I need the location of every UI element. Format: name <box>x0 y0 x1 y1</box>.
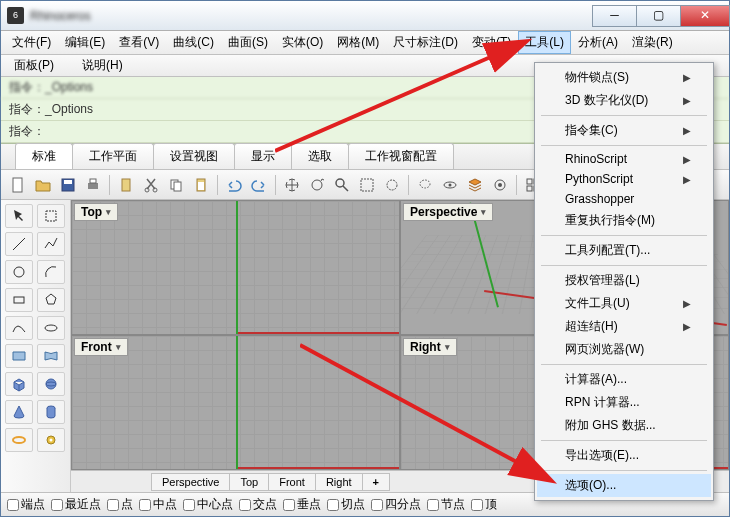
toolbar-tab[interactable]: 选取 <box>291 143 349 169</box>
side-toolbar <box>1 200 71 492</box>
line-tool[interactable] <box>5 232 33 256</box>
viewport-front[interactable]: Front▾ <box>72 336 399 469</box>
polyline-tool[interactable] <box>37 232 65 256</box>
cone-tool[interactable] <box>5 400 33 424</box>
minimize-button[interactable]: ─ <box>592 5 637 27</box>
ellipse-tool[interactable] <box>37 316 65 340</box>
viewport-tab[interactable]: Top <box>229 473 269 491</box>
osnap-交点[interactable]: 交点 <box>239 496 277 513</box>
viewport-label[interactable]: Top▾ <box>74 203 118 221</box>
menu-说明h[interactable]: 说明(H) <box>75 57 130 74</box>
viewport-top[interactable]: Top▾ <box>72 201 399 334</box>
menu-分析a[interactable]: 分析(A) <box>571 31 625 54</box>
menu-item[interactable]: 重复执行指令(M) <box>537 209 711 232</box>
viewport-label[interactable]: Right▾ <box>403 338 457 356</box>
circle-tool[interactable] <box>5 260 33 284</box>
zoom-extents-icon[interactable] <box>356 174 378 196</box>
menu-item[interactable]: RhinoScript▶ <box>537 149 711 169</box>
menu-item[interactable]: 工具列配置(T)... <box>537 239 711 262</box>
menu-实体o[interactable]: 实体(O) <box>275 31 330 54</box>
osnap-节点[interactable]: 节点 <box>427 496 465 513</box>
pointer-tool[interactable] <box>5 204 33 228</box>
redo-icon[interactable] <box>248 174 270 196</box>
osnap-顶[interactable]: 顶 <box>471 496 497 513</box>
menu-查看v[interactable]: 查看(V) <box>112 31 166 54</box>
menu-item[interactable]: 附加 GHS 数据... <box>537 414 711 437</box>
polygon-tool[interactable] <box>37 288 65 312</box>
torus-tool[interactable] <box>5 428 33 452</box>
menu-编辑e[interactable]: 编辑(E) <box>58 31 112 54</box>
maximize-button[interactable]: ▢ <box>636 5 681 27</box>
copy-icon[interactable] <box>165 174 187 196</box>
menu-item[interactable]: RPN 计算器... <box>537 391 711 414</box>
osnap-四分点[interactable]: 四分点 <box>371 496 421 513</box>
menu-尺寸标注d[interactable]: 尺寸标注(D) <box>386 31 465 54</box>
new-file-icon[interactable] <box>7 174 29 196</box>
menu-item[interactable]: 计算器(A)... <box>537 368 711 391</box>
toolbar-tab[interactable]: 设置视图 <box>153 143 235 169</box>
toolbar-tab[interactable]: 工作视窗配置 <box>348 143 454 169</box>
sphere-tool[interactable] <box>37 372 65 396</box>
osnap-最近点[interactable]: 最近点 <box>51 496 101 513</box>
menu-曲面s[interactable]: 曲面(S) <box>221 31 275 54</box>
viewport-label[interactable]: Front▾ <box>74 338 128 356</box>
osnap-中点[interactable]: 中点 <box>139 496 177 513</box>
surface-tool[interactable] <box>5 344 33 368</box>
menu-文件f[interactable]: 文件(F) <box>5 31 58 54</box>
save-icon[interactable] <box>57 174 79 196</box>
layers-icon[interactable] <box>464 174 486 196</box>
menu-变动t[interactable]: 变动(T) <box>465 31 518 54</box>
menu-item[interactable]: PythonScript▶ <box>537 169 711 189</box>
menu-item[interactable]: Grasshopper <box>537 189 711 209</box>
hide-icon[interactable] <box>439 174 461 196</box>
osnap-点[interactable]: 点 <box>107 496 133 513</box>
menu-item[interactable]: 物件锁点(S)▶ <box>537 66 711 89</box>
viewport-label[interactable]: Perspective▾ <box>403 203 493 221</box>
menu-工具l[interactable]: 工具(L) <box>518 31 571 54</box>
viewport-tab[interactable]: Perspective <box>151 473 230 491</box>
box-tool[interactable] <box>5 372 33 396</box>
toolbar-tab[interactable]: 标准 <box>15 143 73 169</box>
menu-item[interactable]: 导出选项(E)... <box>537 444 711 467</box>
toolbar-tab[interactable]: 工作平面 <box>72 143 154 169</box>
menu-item[interactable]: 指令集(C)▶ <box>537 119 711 142</box>
pan-icon[interactable] <box>281 174 303 196</box>
menu-item[interactable]: 选项(O)... <box>537 474 711 497</box>
menu-渲染r[interactable]: 渲染(R) <box>625 31 680 54</box>
viewport-tab[interactable]: Front <box>268 473 316 491</box>
rectangle-tool[interactable] <box>5 288 33 312</box>
viewport-tab[interactable]: Right <box>315 473 363 491</box>
osnap-中心点[interactable]: 中心点 <box>183 496 233 513</box>
add-viewport-tab[interactable]: + <box>362 473 390 491</box>
rotate-view-icon[interactable] <box>306 174 328 196</box>
menu-item[interactable]: 文件工具(U)▶ <box>537 292 711 315</box>
print-icon[interactable] <box>82 174 104 196</box>
arc-tool[interactable] <box>37 260 65 284</box>
cylinder-tool[interactable] <box>37 400 65 424</box>
zoom-selected-icon[interactable] <box>381 174 403 196</box>
cut-icon[interactable] <box>140 174 162 196</box>
curve-tool[interactable] <box>5 316 33 340</box>
menu-item[interactable]: 网页浏览器(W) <box>537 338 711 361</box>
select-tool[interactable] <box>37 204 65 228</box>
select-lasso-icon[interactable] <box>414 174 436 196</box>
properties-icon[interactable] <box>489 174 511 196</box>
menu-网格m[interactable]: 网格(M) <box>330 31 386 54</box>
menu-曲线c[interactable]: 曲线(C) <box>166 31 221 54</box>
osnap-切点[interactable]: 切点 <box>327 496 365 513</box>
loft-tool[interactable] <box>37 344 65 368</box>
open-file-icon[interactable] <box>32 174 54 196</box>
toolbar-tab[interactable]: 显示 <box>234 143 292 169</box>
zoom-icon[interactable] <box>331 174 353 196</box>
clipboard-icon[interactable] <box>115 174 137 196</box>
close-button[interactable]: ✕ <box>680 5 730 27</box>
menu-面板p[interactable]: 面板(P) <box>7 57 61 74</box>
undo-icon[interactable] <box>223 174 245 196</box>
menu-item[interactable]: 授权管理器(L) <box>537 269 711 292</box>
gear-tool[interactable] <box>37 428 65 452</box>
menu-item[interactable]: 超连结(H)▶ <box>537 315 711 338</box>
paste-icon[interactable] <box>190 174 212 196</box>
menu-item[interactable]: 3D 数字化仪(D)▶ <box>537 89 711 112</box>
osnap-端点[interactable]: 端点 <box>7 496 45 513</box>
osnap-垂点[interactable]: 垂点 <box>283 496 321 513</box>
